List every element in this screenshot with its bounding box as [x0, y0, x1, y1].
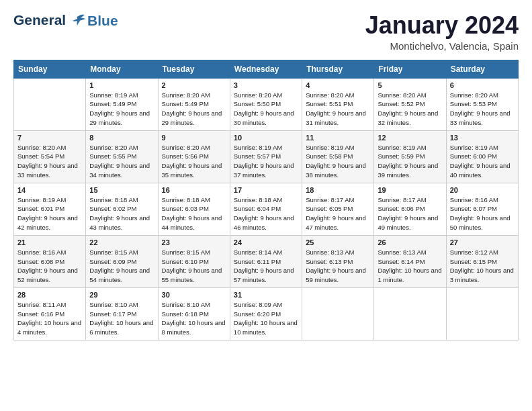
cell-info: Sunrise: 8:15 AMSunset: 6:10 PMDaylight:… [162, 248, 226, 285]
day-number: 6 [450, 81, 515, 89]
day-number: 27 [450, 238, 515, 246]
calendar-cell: 26Sunrise: 8:13 AMSunset: 6:14 PMDayligh… [374, 235, 446, 287]
title-block: January 2024 Montichelvo, Valencia, Spai… [365, 12, 519, 52]
cell-info: Sunrise: 8:11 AMSunset: 6:16 PMDaylight:… [17, 300, 82, 337]
day-number: 30 [162, 291, 226, 299]
day-number: 18 [306, 186, 370, 194]
location-subtitle: Montichelvo, Valencia, Spain [365, 40, 519, 52]
cell-info: Sunrise: 8:20 AMSunset: 5:54 PMDaylight:… [17, 143, 82, 180]
day-number: 23 [162, 238, 226, 246]
cell-info: Sunrise: 8:19 AMSunset: 5:58 PMDaylight:… [306, 143, 370, 180]
header-day-tuesday: Tuesday [158, 60, 230, 78]
cell-info: Sunrise: 8:20 AMSunset: 5:53 PMDaylight:… [450, 91, 515, 128]
header-day-sunday: Sunday [14, 60, 86, 78]
header-day-thursday: Thursday [302, 60, 374, 78]
cell-info: Sunrise: 8:18 AMSunset: 6:04 PMDaylight:… [234, 195, 298, 232]
day-number: 8 [89, 134, 154, 142]
day-number: 24 [234, 238, 298, 246]
cell-info: Sunrise: 8:19 AMSunset: 5:49 PMDaylight:… [89, 91, 154, 128]
calendar-cell: 28Sunrise: 8:11 AMSunset: 6:16 PMDayligh… [14, 287, 86, 340]
calendar-cell: 1Sunrise: 8:19 AMSunset: 5:49 PMDaylight… [86, 78, 158, 130]
day-number: 15 [89, 186, 154, 194]
cell-info: Sunrise: 8:19 AMSunset: 5:57 PMDaylight:… [234, 143, 298, 180]
cell-info: Sunrise: 8:20 AMSunset: 5:56 PMDaylight:… [162, 143, 226, 180]
calendar-cell [302, 287, 374, 340]
calendar-cell: 22Sunrise: 8:15 AMSunset: 6:09 PMDayligh… [86, 235, 158, 287]
header-day-wednesday: Wednesday [230, 60, 302, 78]
week-row-2: 14Sunrise: 8:19 AMSunset: 6:01 PMDayligh… [14, 183, 519, 235]
day-number: 29 [89, 291, 154, 299]
cell-info: Sunrise: 8:09 AMSunset: 6:20 PMDaylight:… [234, 300, 298, 337]
day-number: 31 [234, 291, 298, 299]
calendar-cell: 3Sunrise: 8:20 AMSunset: 5:50 PMDaylight… [230, 78, 302, 130]
cell-info: Sunrise: 8:13 AMSunset: 6:13 PMDaylight:… [306, 248, 370, 285]
logo-text: General [13, 12, 86, 28]
calendar-cell: 16Sunrise: 8:18 AMSunset: 6:03 PMDayligh… [158, 183, 230, 235]
page-container: General Blue January 2024 Montichelvo, V… [0, 0, 532, 347]
cell-info: Sunrise: 8:20 AMSunset: 5:51 PMDaylight:… [306, 91, 370, 128]
week-row-1: 7Sunrise: 8:20 AMSunset: 5:54 PMDaylight… [14, 130, 519, 183]
calendar-cell: 11Sunrise: 8:19 AMSunset: 5:58 PMDayligh… [302, 130, 374, 183]
calendar-cell: 6Sunrise: 8:20 AMSunset: 5:53 PMDaylight… [446, 78, 518, 130]
day-number: 16 [162, 186, 226, 194]
cell-info: Sunrise: 8:16 AMSunset: 6:07 PMDaylight:… [450, 195, 515, 232]
calendar-cell: 19Sunrise: 8:17 AMSunset: 6:06 PMDayligh… [374, 183, 446, 235]
cell-info: Sunrise: 8:10 AMSunset: 6:18 PMDaylight:… [162, 300, 226, 337]
day-number: 14 [17, 186, 82, 194]
day-number: 25 [306, 238, 370, 246]
day-number: 28 [17, 291, 82, 299]
cell-info: Sunrise: 8:10 AMSunset: 6:17 PMDaylight:… [89, 300, 154, 337]
header-row: SundayMondayTuesdayWednesdayThursdayFrid… [14, 60, 519, 78]
calendar-cell: 5Sunrise: 8:20 AMSunset: 5:52 PMDaylight… [374, 78, 446, 130]
day-number: 1 [89, 81, 154, 89]
cell-info: Sunrise: 8:20 AMSunset: 5:49 PMDaylight:… [162, 91, 226, 128]
calendar-cell: 13Sunrise: 8:19 AMSunset: 6:00 PMDayligh… [446, 130, 518, 183]
calendar-cell: 10Sunrise: 8:19 AMSunset: 5:57 PMDayligh… [230, 130, 302, 183]
calendar-cell: 8Sunrise: 8:20 AMSunset: 5:55 PMDaylight… [86, 130, 158, 183]
calendar-cell: 31Sunrise: 8:09 AMSunset: 6:20 PMDayligh… [230, 287, 302, 340]
day-number: 3 [234, 81, 298, 89]
cell-info: Sunrise: 8:12 AMSunset: 6:15 PMDaylight:… [450, 248, 515, 285]
day-number: 5 [378, 81, 442, 89]
cell-info: Sunrise: 8:17 AMSunset: 6:06 PMDaylight:… [378, 195, 442, 232]
calendar-cell: 4Sunrise: 8:20 AMSunset: 5:51 PMDaylight… [302, 78, 374, 130]
header-day-friday: Friday [374, 60, 446, 78]
calendar-cell: 9Sunrise: 8:20 AMSunset: 5:56 PMDaylight… [158, 130, 230, 183]
calendar-cell: 30Sunrise: 8:10 AMSunset: 6:18 PMDayligh… [158, 287, 230, 340]
day-number: 4 [306, 81, 370, 89]
calendar-cell: 24Sunrise: 8:14 AMSunset: 6:11 PMDayligh… [230, 235, 302, 287]
cell-info: Sunrise: 8:20 AMSunset: 5:55 PMDaylight:… [89, 143, 154, 180]
cell-info: Sunrise: 8:19 AMSunset: 5:59 PMDaylight:… [378, 143, 442, 180]
cell-info: Sunrise: 8:18 AMSunset: 6:02 PMDaylight:… [89, 195, 154, 232]
calendar-cell: 12Sunrise: 8:19 AMSunset: 5:59 PMDayligh… [374, 130, 446, 183]
day-number: 22 [89, 238, 154, 246]
day-number: 20 [450, 186, 515, 194]
calendar-table: SundayMondayTuesdayWednesdayThursdayFrid… [13, 60, 519, 340]
header-day-saturday: Saturday [446, 60, 518, 78]
week-row-3: 21Sunrise: 8:16 AMSunset: 6:08 PMDayligh… [14, 235, 519, 287]
calendar-cell: 27Sunrise: 8:12 AMSunset: 6:15 PMDayligh… [446, 235, 518, 287]
cell-info: Sunrise: 8:20 AMSunset: 5:50 PMDaylight:… [234, 91, 298, 128]
cell-info: Sunrise: 8:15 AMSunset: 6:09 PMDaylight:… [89, 248, 154, 285]
day-number: 10 [234, 134, 298, 142]
day-number: 2 [162, 81, 226, 89]
day-number: 7 [17, 134, 82, 142]
calendar-cell [374, 287, 446, 340]
day-number: 12 [378, 134, 442, 142]
calendar-cell: 23Sunrise: 8:15 AMSunset: 6:10 PMDayligh… [158, 235, 230, 287]
day-number: 13 [450, 134, 515, 142]
calendar-cell: 18Sunrise: 8:17 AMSunset: 6:05 PMDayligh… [302, 183, 374, 235]
calendar-cell: 21Sunrise: 8:16 AMSunset: 6:08 PMDayligh… [14, 235, 86, 287]
calendar-cell: 14Sunrise: 8:19 AMSunset: 6:01 PMDayligh… [14, 183, 86, 235]
calendar-cell: 20Sunrise: 8:16 AMSunset: 6:07 PMDayligh… [446, 183, 518, 235]
day-number: 11 [306, 134, 370, 142]
cell-info: Sunrise: 8:19 AMSunset: 6:01 PMDaylight:… [17, 195, 82, 232]
header: General Blue January 2024 Montichelvo, V… [13, 12, 519, 52]
calendar-cell: 25Sunrise: 8:13 AMSunset: 6:13 PMDayligh… [302, 235, 374, 287]
calendar-cell: 15Sunrise: 8:18 AMSunset: 6:02 PMDayligh… [86, 183, 158, 235]
week-row-4: 28Sunrise: 8:11 AMSunset: 6:16 PMDayligh… [14, 287, 519, 340]
logo: General Blue [13, 12, 118, 28]
calendar-cell: 2Sunrise: 8:20 AMSunset: 5:49 PMDaylight… [158, 78, 230, 130]
day-number: 21 [17, 238, 82, 246]
cell-info: Sunrise: 8:17 AMSunset: 6:05 PMDaylight:… [306, 195, 370, 232]
